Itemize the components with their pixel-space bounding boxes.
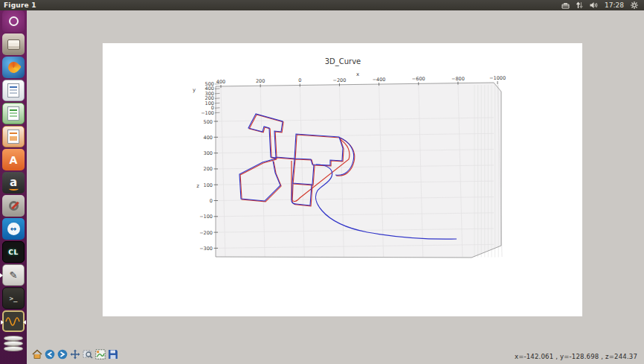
home-button[interactable]	[32, 348, 42, 360]
clion-icon: CL	[8, 249, 18, 256]
ubuntu-logo-icon	[9, 16, 19, 26]
sidebar-item-waveform-app[interactable]	[2, 310, 25, 332]
sidebar-item-libreoffice-impress[interactable]	[2, 126, 25, 147]
focused-indicator	[23, 320, 26, 325]
pan-button[interactable]	[70, 348, 80, 360]
forward-button[interactable]	[57, 348, 68, 360]
system-tray: 17:28	[561, 1, 644, 9]
sidebar-item-libreoffice-writer[interactable]	[2, 80, 25, 101]
sidebar-item-teamviewer[interactable]: ↔	[2, 218, 25, 240]
sidebar-item-text-editor[interactable]: ✎	[2, 264, 25, 286]
window-title: Figure 1	[0, 1, 36, 9]
terminal-icon: >_	[10, 295, 18, 302]
clock-text[interactable]: 17:28	[605, 1, 624, 9]
amazon-icon: a	[10, 177, 17, 188]
plot-canvas[interactable]	[103, 43, 582, 316]
zoom-to-rect-button[interactable]	[83, 348, 93, 360]
teamviewer-icon: ↔	[7, 223, 20, 235]
calc-spreadsheet-icon	[7, 106, 19, 121]
running-indicator	[1, 320, 4, 325]
volume-icon[interactable]	[590, 1, 598, 9]
running-indicator	[0, 273, 3, 278]
unity-launcher: A a ↔ CL ✎ >_	[0, 10, 27, 364]
titlebar: Figure 1 17:28	[0, 0, 644, 10]
back-button[interactable]	[45, 348, 55, 360]
sidebar-item-ubuntu-software[interactable]: A	[2, 149, 25, 170]
save-button[interactable]	[108, 348, 118, 360]
sidebar-item-terminal[interactable]: >_	[2, 287, 25, 309]
sidebar-item-clion[interactable]: CL	[2, 241, 25, 263]
software-center-icon: A	[10, 155, 18, 165]
sidebar-item-app-stack[interactable]	[2, 333, 25, 355]
desktop: Figure 1 17:28 A a ↔ CL ✎	[0, 0, 644, 364]
briefcase-indicator-icon[interactable]	[561, 2, 570, 9]
sidebar-item-firefox[interactable]	[2, 57, 25, 78]
file-cabinet-icon	[7, 39, 20, 50]
firefox-icon	[5, 60, 21, 75]
gear-icon	[9, 201, 19, 211]
impress-presentation-icon	[7, 130, 19, 144]
sidebar-item-amazon[interactable]: a	[2, 172, 25, 194]
sidebar-item-system-settings[interactable]	[2, 195, 25, 217]
cursor-coordinates: x=-142.061 , y=-128.698 , z=244.37	[515, 353, 637, 360]
session-gear-icon[interactable]	[631, 1, 638, 9]
sidebar-item-ubuntu-dash[interactable]	[2, 10, 25, 32]
writer-document-icon	[7, 83, 19, 98]
configure-subplots-button[interactable]	[95, 348, 106, 360]
network-arrows-icon[interactable]	[576, 1, 583, 9]
waveform-icon	[5, 316, 22, 328]
stack-icon	[4, 336, 23, 354]
pencil-icon: ✎	[10, 270, 18, 280]
sidebar-item-files[interactable]	[2, 33, 25, 55]
mpl-toolbar	[32, 348, 118, 360]
sidebar-item-libreoffice-calc[interactable]	[2, 103, 25, 124]
